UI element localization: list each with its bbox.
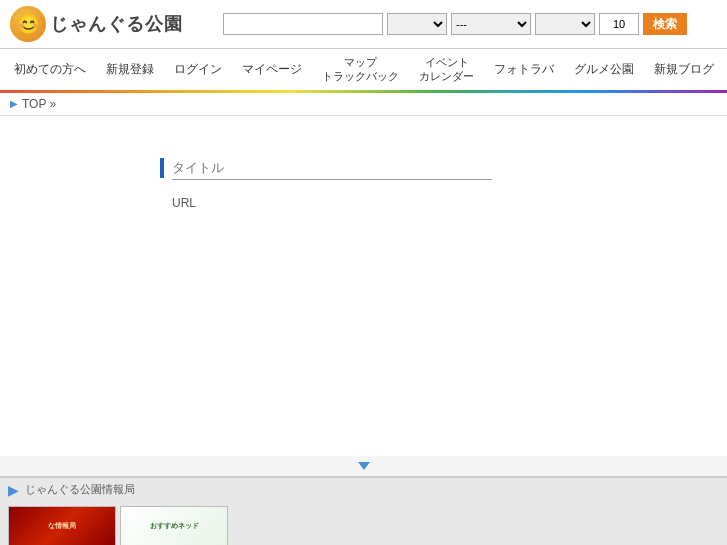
content-wrapper: ▶ TOP » URL — [0, 93, 727, 476]
nav-item-photo[interactable]: フォトラバ — [484, 49, 564, 90]
ad2-content: おすすめネッド — [148, 519, 201, 533]
search-button[interactable]: 検索 — [643, 13, 687, 35]
ad1-content: な情報局 — [46, 519, 78, 533]
breadcrumb: ▶ TOP » — [0, 93, 727, 116]
title-bar-decoration — [160, 158, 164, 178]
nav-item-shinki[interactable]: 新規登録 — [96, 49, 164, 90]
ad-area: な情報局 おすすめネッド — [0, 502, 727, 545]
nav-event-line2: カレンダー — [419, 69, 474, 83]
navbar: 初めての方へ 新規登録 ログイン マイページ マップ トラックバック イベント … — [0, 49, 727, 93]
search-input[interactable] — [223, 13, 383, 35]
nav-item-map[interactable]: マップ トラックバック — [312, 49, 409, 90]
nav-item-blog[interactable]: 新規ブログ — [644, 49, 724, 90]
logo-icon: 😊 — [10, 6, 46, 42]
footer-text: じゃんぐる公園情報局 — [25, 482, 135, 497]
scroll-down-icon — [358, 462, 370, 470]
nav-item-mypage[interactable]: マイページ — [232, 49, 312, 90]
nav-map-line1: マップ — [344, 55, 377, 69]
title-input[interactable] — [172, 156, 492, 180]
main-content: URL — [0, 116, 727, 456]
footer: ▶ じゃんぐる公園情報局 — [0, 476, 727, 502]
logo-area: 😊 じゃんぐる公園 — [10, 6, 183, 42]
title-row — [160, 156, 727, 180]
nav-item-gourmet[interactable]: グルメ公園 — [564, 49, 644, 90]
header: 😊 じゃんぐる公園 --- 10 検索 — [0, 0, 727, 49]
url-row: URL — [160, 196, 727, 210]
breadcrumb-top-link[interactable]: TOP » — [22, 97, 56, 111]
search-count-input[interactable]: 10 — [599, 13, 639, 35]
search-select-filter[interactable]: --- — [451, 13, 531, 35]
logo-text: じゃんぐる公園 — [50, 12, 183, 36]
nav-item-hajimete[interactable]: 初めての方へ — [4, 49, 96, 90]
nav-item-login[interactable]: ログイン — [164, 49, 232, 90]
url-label: URL — [172, 196, 202, 210]
search-area: --- 10 検索 — [193, 13, 717, 35]
nav-map-line2: トラックバック — [322, 69, 399, 83]
nav-item-event[interactable]: イベント カレンダー — [409, 49, 484, 90]
form-section: URL — [160, 156, 727, 210]
footer-arrow-icon: ▶ — [8, 482, 19, 498]
breadcrumb-arrow-icon: ▶ — [10, 98, 18, 109]
search-select-category[interactable] — [387, 13, 447, 35]
ad-banner-2[interactable]: おすすめネッド — [120, 506, 228, 545]
nav-event-line1: イベント — [425, 55, 469, 69]
scroll-indicator — [0, 456, 727, 476]
search-select-sort[interactable] — [535, 13, 595, 35]
ad-banner-1[interactable]: な情報局 — [8, 506, 116, 545]
